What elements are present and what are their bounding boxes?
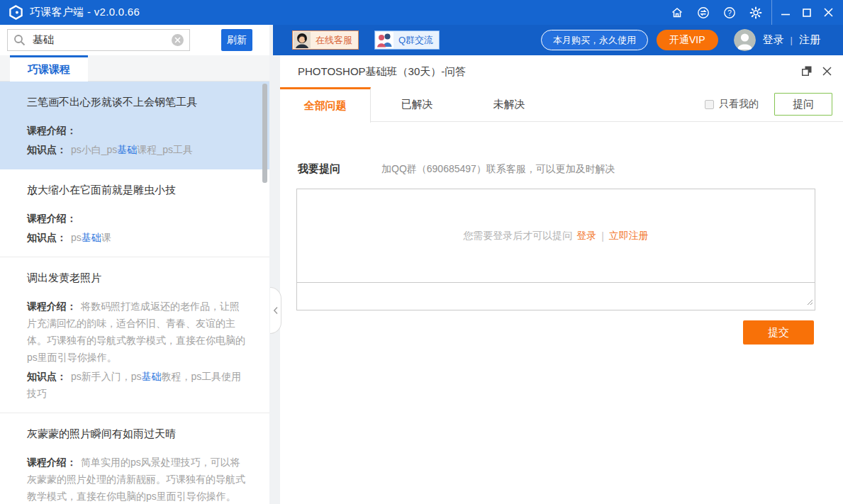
help-icon[interactable]: ? — [716, 0, 742, 25]
course-intro-label: 课程介绍： — [27, 301, 77, 312]
course-kp-label: 知识点： — [27, 144, 67, 155]
restore-panel-icon[interactable] — [802, 66, 812, 79]
course-intro-label: 课程介绍： — [27, 457, 77, 468]
tab-unsolved[interactable]: 未解决 — [463, 87, 555, 122]
course-kp-label: 知识点： — [27, 371, 67, 382]
login-link[interactable]: 登录 — [763, 33, 784, 47]
minimize-button[interactable] — [775, 0, 796, 25]
ask-question-button[interactable]: 提问 — [774, 93, 832, 116]
ask-section-label: 我要提问 — [298, 162, 340, 176]
avatar[interactable] — [734, 29, 756, 51]
sidebar-tab-courses[interactable]: 巧课课程 — [10, 55, 88, 82]
feedback-icon[interactable] — [690, 0, 716, 25]
register-link[interactable]: 注册 — [799, 33, 820, 47]
resize-grip-icon[interactable] — [806, 296, 813, 308]
course-intro: 课程介绍：将数码照打造成返还的老作品，让照片充满回忆的韵味，适合怀旧、青春、友谊… — [27, 298, 248, 366]
course-list-item[interactable]: 放大缩小在它面前就是雕虫小技 课程介绍： 知识点：ps基础课 — [0, 169, 269, 257]
course-intro: 课程介绍：简单实用的ps风景处理技巧，可以将灰蒙蒙的照片处理的清新靓丽。巧课独有… — [27, 454, 248, 504]
search-text[interactable] — [31, 33, 172, 47]
keyword-highlight: 基础 — [117, 144, 137, 155]
course-title: 放大缩小在它面前就是雕虫小技 — [27, 183, 248, 197]
search-row: 刷新 — [0, 25, 269, 55]
auth-links: 登录 | 注册 — [763, 33, 820, 47]
tabs-right-controls: 只看我的 提问 — [705, 87, 832, 121]
auth-divider: | — [791, 35, 793, 45]
app-window: 巧课客户端 - v2.0.0.66 ? — [0, 0, 843, 504]
svg-text:?: ? — [727, 9, 732, 16]
close-panel-icon[interactable] — [822, 66, 832, 79]
register-now-link[interactable]: 立即注册 — [609, 230, 649, 242]
login-required-text: 您需要登录后才可以提问 — [463, 230, 572, 242]
tab-all-questions[interactable]: 全部问题 — [280, 87, 371, 123]
main-panel: PHOTOSHOP基础班（30天）-问答 全部问题 已解决 未解决 只看我的 提… — [280, 55, 843, 504]
course-intro: 课程介绍： — [27, 210, 248, 227]
question-input[interactable] — [296, 282, 815, 310]
topbar: 在线客服 Q群交流 本月购买，永久使用 开通VIP 登录 | 注册 — [273, 25, 843, 55]
app-title: 巧课客户端 - v2.0.0.66 — [30, 6, 140, 19]
course-title: 灰蒙蒙的照片瞬间有如雨过天晴 — [27, 427, 248, 441]
course-knowledge: 知识点：ps新手入门，ps基础教程，ps工具使用技巧 — [27, 368, 248, 402]
buy-promo-pill[interactable]: 本月购买，永久使用 — [541, 30, 648, 50]
link-divider: | — [601, 230, 604, 242]
only-mine-label: 只看我的 — [719, 98, 759, 111]
close-button[interactable] — [817, 0, 839, 25]
course-title: 调出发黄老照片 — [27, 271, 248, 285]
open-vip-button[interactable]: 开通VIP — [657, 30, 718, 50]
keyword-highlight: 基础 — [142, 371, 162, 382]
course-list: 三笔画不出心形就谈不上会钢笔工具 课程介绍： 知识点：ps小白_ps基础课程_p… — [0, 82, 269, 504]
submit-button[interactable]: 提交 — [743, 320, 814, 345]
main-header: PHOTOSHOP基础班（30天）-问答 — [280, 55, 843, 87]
sidebar: 刷新 巧课课程 三笔画不出心形就谈不上会钢笔工具 课程介绍： 知识点：ps小白_… — [0, 25, 269, 504]
ask-section-header: 我要提问 加QQ群（690685497）联系客服，可以更加及时解决 — [298, 162, 615, 176]
search-input[interactable] — [7, 29, 190, 51]
course-knowledge: 知识点：ps小白_ps基础课程_ps工具 — [27, 141, 248, 158]
home-icon[interactable] — [664, 0, 690, 25]
titlebar-controls: ? — [664, 0, 843, 25]
topbar-right: 本月购买，永久使用 开通VIP 登录 | 注册 — [541, 29, 820, 51]
qq-group-label: Q群交流 — [393, 34, 438, 47]
sidebar-tab-row: 巧课课程 — [0, 55, 269, 82]
titlebar: 巧课客户端 - v2.0.0.66 ? — [0, 0, 843, 25]
online-service-label: 在线客服 — [311, 34, 357, 47]
course-list-item[interactable]: 调出发黄老照片 课程介绍：将数码照打造成返还的老作品，让照片充满回忆的韵味，适合… — [0, 257, 269, 413]
app-logo-icon — [9, 5, 23, 20]
tab-solved[interactable]: 已解决 — [371, 87, 463, 122]
maximize-button[interactable] — [796, 0, 817, 25]
two-people-icon — [376, 32, 393, 48]
panel-controls — [802, 66, 832, 79]
titlebar-separator — [771, 0, 772, 25]
sidebar-scrollbar-thumb[interactable] — [262, 84, 267, 183]
qq-group-badge[interactable]: Q群交流 — [374, 30, 440, 50]
course-intro-label: 课程介绍： — [27, 213, 77, 224]
course-list-item[interactable]: 灰蒙蒙的照片瞬间有如雨过天晴 课程介绍：简单实用的ps风景处理技巧，可以将灰蒙蒙… — [0, 413, 269, 504]
page-title: PHOTOSHOP基础班（30天）-问答 — [298, 55, 466, 87]
login-link-inline[interactable]: 登录 — [576, 230, 596, 242]
course-list-item[interactable]: 三笔画不出心形就谈不上会钢笔工具 课程介绍： 知识点：ps小白_ps基础课程_p… — [0, 82, 269, 169]
question-editor-area: 您需要登录后才可以提问 登录 | 立即注册 — [296, 189, 815, 283]
course-knowledge: 知识点：ps基础课 — [27, 229, 248, 246]
search-icon — [13, 34, 26, 46]
service-agent-photo — [294, 32, 311, 48]
clear-search-icon[interactable] — [172, 34, 184, 46]
online-service-badge[interactable]: 在线客服 — [292, 30, 359, 50]
keyword-highlight: 基础 — [82, 232, 101, 243]
sidebar-collapse-handle[interactable] — [270, 287, 281, 334]
course-kp-label: 知识点： — [27, 232, 67, 243]
refresh-button[interactable]: 刷新 — [221, 29, 252, 51]
panel-divider — [269, 25, 280, 504]
qq-contact-hint: 加QQ群（690685497）联系客服，可以更加及时解决 — [381, 163, 615, 176]
course-intro-label: 课程介绍： — [27, 125, 77, 136]
only-mine-checkbox[interactable] — [705, 100, 714, 109]
settings-gear-icon[interactable] — [742, 0, 769, 25]
course-title: 三笔画不出心形就谈不上会钢笔工具 — [27, 95, 248, 109]
course-intro: 课程介绍： — [27, 122, 248, 139]
question-tabs: 全部问题 已解决 未解决 只看我的 提问 — [280, 87, 843, 122]
